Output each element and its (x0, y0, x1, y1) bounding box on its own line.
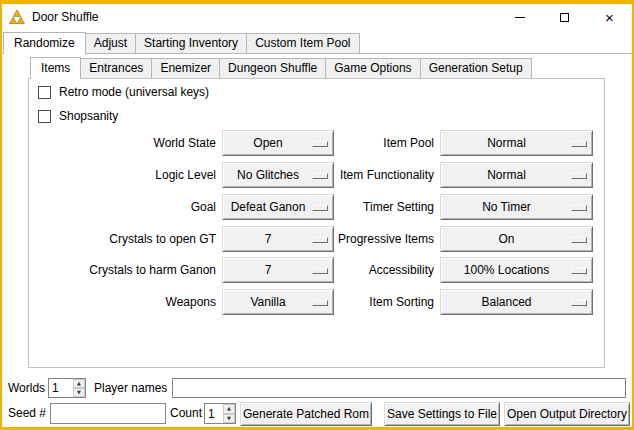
tab-starting-inventory[interactable]: Starting Inventory (135, 33, 247, 53)
dropdown-value: No Timer (443, 195, 570, 219)
seed-label: Seed # (8, 403, 46, 424)
count-spin-arrows: ▲ ▼ (223, 404, 235, 423)
close-icon: × (605, 10, 614, 25)
retro-mode-label: Retro mode (universal keys) (59, 85, 209, 100)
worlds-label: Worlds (8, 378, 45, 398)
item-functionality-dropdown[interactable]: Normal (440, 162, 593, 188)
tab-generation-setup[interactable]: Generation Setup (420, 58, 532, 78)
retro-mode-checkbox[interactable] (38, 86, 51, 99)
spin-up-icon[interactable]: ▲ (223, 404, 235, 414)
weapons-label: Weapons (16, 289, 216, 315)
dropdown-indicator-icon (571, 268, 587, 274)
dropdown-value: Normal (443, 131, 570, 155)
goal-label: Goal (16, 194, 216, 220)
dropdown-indicator-icon (571, 141, 587, 147)
main-tabbar: Randomize Adjust Starting Inventory Cust… (3, 33, 360, 54)
dropdown-value: Normal (443, 163, 570, 187)
dropdown-indicator-icon (571, 300, 587, 306)
save-settings-button[interactable]: Save Settings to File (384, 402, 500, 426)
open-output-directory-button[interactable]: Open Output Directory (504, 402, 630, 426)
worlds-input[interactable] (49, 379, 75, 397)
item-pool-label: Item Pool (254, 130, 434, 156)
world-state-label: World State (16, 130, 216, 156)
progressive-items-dropdown[interactable]: On (440, 226, 593, 252)
spin-up-icon[interactable]: ▲ (73, 379, 85, 388)
sub-tabbar: Items Entrances Enemizer Dungeon Shuffle… (30, 57, 532, 78)
progressive-items-label: Progressive Items (254, 226, 434, 252)
tab-game-options[interactable]: Game Options (325, 58, 420, 78)
item-pool-dropdown[interactable]: Normal (440, 130, 593, 156)
tab-enemizer[interactable]: Enemizer (151, 58, 220, 78)
accessibility-label: Accessibility (254, 257, 434, 283)
generate-patched-rom-button[interactable]: Generate Patched Rom (240, 402, 372, 426)
dropdown-indicator-icon (571, 205, 587, 211)
tab-items[interactable]: Items (30, 57, 81, 79)
player-names-input[interactable] (172, 378, 626, 398)
app-icon (9, 9, 25, 25)
spin-down-icon[interactable]: ▼ (73, 388, 85, 397)
item-functionality-label: Item Functionality (254, 162, 434, 188)
count-input[interactable] (205, 404, 225, 423)
accessibility-dropdown[interactable]: 100% Locations (440, 257, 593, 283)
window-title: Door Shuffle (32, 10, 99, 24)
tab-adjust[interactable]: Adjust (85, 33, 136, 53)
tab-dungeon-shuffle[interactable]: Dungeon Shuffle (219, 58, 326, 78)
seed-input[interactable] (50, 403, 166, 424)
spin-down-icon[interactable]: ▼ (223, 414, 235, 424)
maximize-icon (560, 13, 569, 22)
minimize-icon (515, 17, 525, 18)
logic-level-label: Logic Level (16, 162, 216, 188)
dropdown-indicator-icon (571, 237, 587, 243)
worlds-spinbox[interactable]: ▲ ▼ (48, 378, 86, 398)
tab-randomize[interactable]: Randomize (3, 32, 86, 54)
maximize-button[interactable] (542, 4, 587, 30)
shopsanity-label: Shopsanity (59, 109, 118, 124)
item-sorting-dropdown[interactable]: Balanced (440, 289, 593, 315)
timer-setting-label: Timer Setting (254, 194, 434, 220)
timer-setting-dropdown[interactable]: No Timer (440, 194, 593, 220)
minimize-button[interactable] (497, 4, 542, 30)
close-button[interactable]: × (587, 4, 632, 30)
crystals-harm-ganon-label: Crystals to harm Ganon (16, 257, 216, 283)
worlds-spin-arrows: ▲ ▼ (73, 379, 85, 397)
dropdown-value: Balanced (443, 290, 570, 314)
count-spinbox[interactable]: ▲ ▼ (204, 403, 236, 424)
tab-custom-item-pool[interactable]: Custom Item Pool (246, 33, 359, 53)
crystals-open-gt-label: Crystals to open GT (16, 226, 216, 252)
dropdown-indicator-icon (571, 173, 587, 179)
dropdown-value: 100% Locations (443, 258, 570, 282)
player-names-label: Player names (94, 378, 167, 398)
count-label: Count (170, 403, 202, 424)
item-sorting-label: Item Sorting (254, 289, 434, 315)
tab-entrances[interactable]: Entrances (80, 58, 152, 78)
shopsanity-checkbox[interactable] (38, 110, 51, 123)
dropdown-value: On (443, 227, 570, 251)
